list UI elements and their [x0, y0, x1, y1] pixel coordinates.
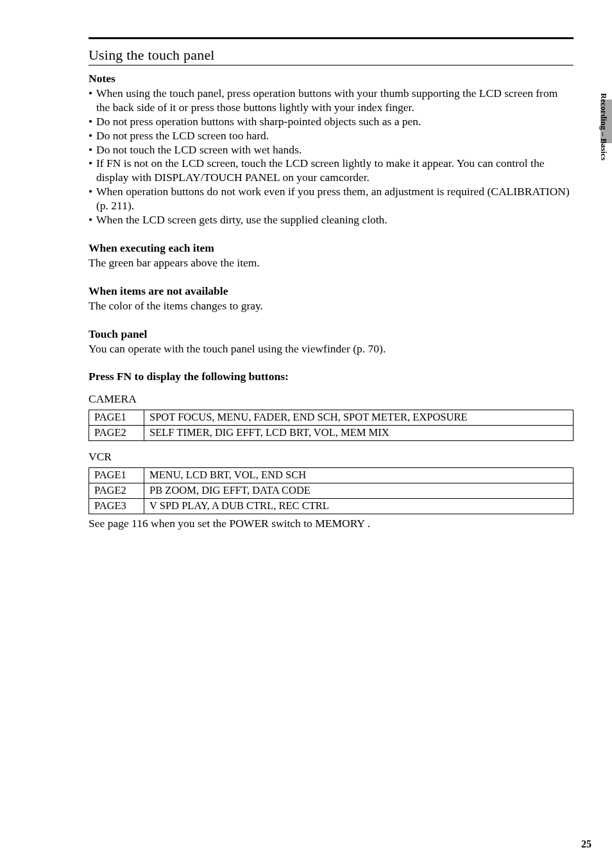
top-rule	[89, 37, 574, 39]
table-cell: SELF TIMER, DIG EFFT, LCD BRT, VOL, MEM …	[144, 426, 574, 441]
page-content: Using the touch panel Notes When using t…	[0, 0, 612, 530]
table-row: PAGE1 MENU, LCD BRT, VOL, END SCH	[89, 468, 574, 483]
section-body: You can operate with the touch panel usi…	[89, 342, 574, 356]
vcr-table-label: VCR	[89, 450, 574, 464]
table-row: PAGE3 V SPD PLAY, A DUB CTRL, REC CTRL	[89, 499, 574, 514]
section-body: The color of the items changes to gray.	[89, 299, 574, 313]
notes-list: When using the touch panel, press operat…	[89, 87, 574, 227]
vcr-table: PAGE1 MENU, LCD BRT, VOL, END SCH PAGE2 …	[89, 467, 574, 514]
notes-heading: Notes	[89, 72, 574, 85]
section-heading: When items are not available	[89, 284, 574, 298]
page-title: Using the touch panel	[89, 47, 215, 64]
table-row: PAGE2 SELF TIMER, DIG EFFT, LCD BRT, VOL…	[89, 426, 574, 441]
table-cell: SPOT FOCUS, MENU, FADER, END SCH, SPOT M…	[144, 410, 574, 426]
table-cell: PB ZOOM, DIG EFFT, DATA CODE	[144, 483, 574, 499]
list-item: When the LCD screen gets dirty, use the …	[89, 213, 574, 227]
camera-table-label: CAMERA	[89, 392, 574, 406]
section-side-label: Recording – Basics	[599, 93, 608, 161]
table-cell: PAGE2	[89, 426, 144, 441]
table-row: PAGE2 PB ZOOM, DIG EFFT, DATA CODE	[89, 483, 574, 499]
camera-table: PAGE1 SPOT FOCUS, MENU, FADER, END SCH, …	[89, 410, 574, 441]
list-item: When using the touch panel, press operat…	[89, 87, 574, 115]
list-item: If FN is not on the LCD screen, touch th…	[89, 157, 574, 185]
table-cell: PAGE3	[89, 499, 144, 514]
table-cell: PAGE2	[89, 483, 144, 499]
section-body: The green bar appears above the item.	[89, 256, 574, 270]
list-item: Do not press operation buttons with shar…	[89, 115, 574, 129]
table-cell: PAGE1	[89, 410, 144, 426]
sub-rule	[89, 65, 574, 65]
list-item: Do not press the LCD screen too hard.	[89, 129, 574, 143]
table-footnote: See page 116 when you set the POWER swit…	[89, 517, 574, 530]
section-heading: Touch panel	[89, 327, 574, 341]
list-item: When operation buttons do not work even …	[89, 185, 574, 213]
table-cell: MENU, LCD BRT, VOL, END SCH	[144, 468, 574, 483]
page-number: 25	[581, 838, 591, 850]
table-row: PAGE1 SPOT FOCUS, MENU, FADER, END SCH, …	[89, 410, 574, 426]
table-cell: V SPD PLAY, A DUB CTRL, REC CTRL	[144, 499, 574, 514]
table-cell: PAGE1	[89, 468, 144, 483]
section-heading: When executing each item	[89, 241, 574, 255]
section-heading: Press FN to display the following button…	[89, 370, 574, 383]
list-item: Do not touch the LCD screen with wet han…	[89, 143, 574, 157]
